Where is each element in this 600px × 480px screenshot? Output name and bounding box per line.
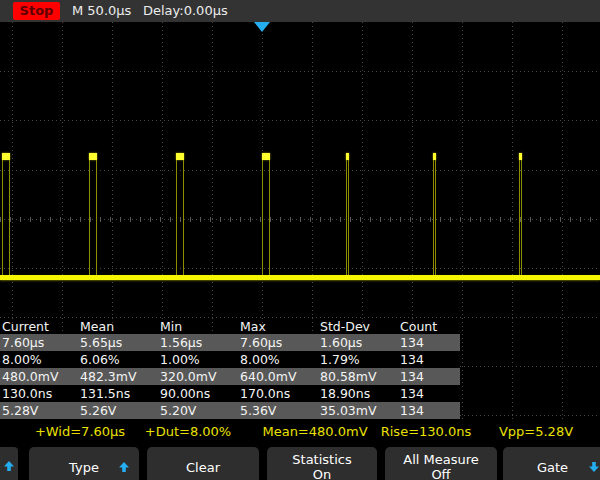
table-row: 7.60μs5.65μs1.56μs7.60μs1.60μs134 xyxy=(0,334,460,351)
stat-cell: 134 xyxy=(400,402,424,419)
stat-cell: 134 xyxy=(400,351,424,368)
measurement-label: +Wid=7.60μs xyxy=(35,424,125,439)
pulse-rising-edge xyxy=(346,160,347,275)
stat-cell: 134 xyxy=(400,334,424,351)
stat-cell: 8.00% xyxy=(240,351,280,368)
type-button-label: Type xyxy=(69,460,99,475)
pulse-rising-edge xyxy=(176,160,177,275)
table-header-cell: Std-Dev xyxy=(320,318,370,335)
stat-cell: 5.26V xyxy=(80,402,116,419)
stat-cell: 5.20V xyxy=(160,402,196,419)
all-measure-button[interactable]: All Measure Off xyxy=(385,447,497,480)
table-header-cell: Current xyxy=(2,318,49,335)
stat-cell: 18.90ns xyxy=(320,385,370,402)
trigger-position-marker[interactable] xyxy=(254,22,270,32)
table-row: 8.00%6.06%1.00%8.00%1.79%134 xyxy=(0,351,460,368)
pulse-top xyxy=(433,153,436,160)
pulse-rising-edge xyxy=(89,160,90,275)
pulse-top xyxy=(262,153,270,160)
stat-cell: 7.60μs xyxy=(240,334,282,351)
waveform-display: CurrentMeanMinMaxStd-DevCount 7.60μs5.65… xyxy=(0,22,600,443)
all-measure-button-label: All Measure xyxy=(403,452,479,467)
grid-hline xyxy=(0,268,600,269)
measurement-label: Rise=130.0ns xyxy=(381,424,472,439)
stat-cell: 1.79% xyxy=(320,351,360,368)
stat-cell: 90.00ns xyxy=(160,385,210,402)
measurement-label: Mean=480.0mV xyxy=(262,424,367,439)
pulse-falling-edge xyxy=(348,160,349,275)
pulse-top xyxy=(346,153,349,160)
pulse-rising-edge xyxy=(433,160,434,275)
stat-cell: 320.0mV xyxy=(160,368,217,385)
pulse-rising-edge xyxy=(2,160,3,275)
table-header-row: CurrentMeanMinMaxStd-DevCount xyxy=(0,318,600,335)
gate-button[interactable]: Gate xyxy=(503,447,600,480)
table-header-cell: Count xyxy=(400,318,437,335)
pulse-top xyxy=(176,153,184,160)
pulse-top xyxy=(89,153,97,160)
up-arrow-icon xyxy=(3,460,15,475)
oscilloscope-screen: Stop M 50.0μs Delay:0.00μs CurrentMeanMi… xyxy=(0,0,600,480)
pulse-rising-edge xyxy=(519,160,520,275)
stat-cell: 170.0ns xyxy=(240,385,290,402)
grid-hline xyxy=(0,120,600,121)
gate-button-label: Gate xyxy=(537,460,568,475)
timebase-readout: M 50.0μs xyxy=(72,3,131,18)
pulse-falling-edge xyxy=(435,160,436,275)
trigger-delay-readout: Delay:0.00μs xyxy=(143,3,228,18)
stat-cell: 640.0mV xyxy=(240,368,297,385)
stat-cell: 131.5ns xyxy=(80,385,130,402)
type-button[interactable]: Type xyxy=(29,447,139,480)
stat-cell: 134 xyxy=(400,368,424,385)
stat-cell: 5.65μs xyxy=(80,334,122,351)
stat-cell: 480.0mV xyxy=(2,368,59,385)
measurement-label: Vpp=5.28V xyxy=(499,424,573,439)
table-header-cell: Mean xyxy=(80,318,114,335)
statistics-toggle-button[interactable]: Statistics On xyxy=(267,447,377,480)
grid-hline xyxy=(0,170,600,171)
pulse-falling-edge xyxy=(269,160,270,275)
stat-cell: 1.60μs xyxy=(320,334,362,351)
stat-cell: 130.0ns xyxy=(2,385,52,402)
pulse-falling-edge xyxy=(183,160,184,275)
pulse-falling-edge xyxy=(521,160,522,275)
stat-cell: 6.06% xyxy=(80,351,120,368)
statistics-button-state: On xyxy=(313,467,331,480)
statistics-button-label: Statistics xyxy=(292,452,351,467)
table-row: 480.0mV482.3mV320.0mV640.0mV80.58mV134 xyxy=(0,368,460,385)
grid-center-axis-ticks xyxy=(0,217,600,222)
pulse-top xyxy=(2,153,10,160)
status-bar: Stop M 50.0μs Delay:0.00μs xyxy=(0,0,600,22)
stat-cell: 5.36V xyxy=(240,402,276,419)
all-measure-button-state: Off xyxy=(431,467,450,480)
menu-back-button[interactable] xyxy=(0,447,18,480)
grid-hline xyxy=(0,71,600,72)
down-arrow-icon xyxy=(588,461,600,476)
softkey-menu: Type Clear Statistics On All Measure Off… xyxy=(0,443,600,480)
stat-cell: 134 xyxy=(400,385,424,402)
table-row: 130.0ns131.5ns90.00ns170.0ns18.90ns134 xyxy=(0,385,460,402)
stat-cell: 35.03mV xyxy=(320,402,377,419)
table-row: 5.28V5.26V5.20V5.36V35.03mV134 xyxy=(0,402,460,419)
trace-baseline xyxy=(0,275,600,280)
table-header-cell: Max xyxy=(240,318,266,335)
stat-cell: 80.58mV xyxy=(320,368,377,385)
clear-button[interactable]: Clear xyxy=(147,447,259,480)
stat-cell: 1.56μs xyxy=(160,334,202,351)
run-state-badge: Stop xyxy=(13,2,60,20)
pulse-top xyxy=(519,153,522,160)
up-arrow-icon xyxy=(118,461,130,476)
pulse-falling-edge xyxy=(96,160,97,275)
stat-cell: 482.3mV xyxy=(80,368,137,385)
stat-cell: 8.00% xyxy=(2,351,42,368)
pulse-rising-edge xyxy=(262,160,263,275)
stat-cell: 7.60μs xyxy=(2,334,44,351)
table-header-cell: Min xyxy=(160,318,182,335)
pulse-falling-edge xyxy=(9,160,10,275)
measurement-label: +Dut=8.00% xyxy=(145,424,231,439)
stat-cell: 5.28V xyxy=(2,402,38,419)
clear-button-label: Clear xyxy=(186,460,220,475)
stat-cell: 1.00% xyxy=(160,351,200,368)
